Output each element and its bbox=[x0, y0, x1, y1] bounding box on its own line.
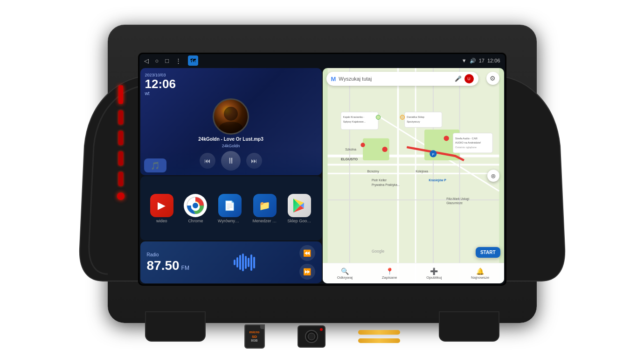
radio-frequency-display: 87.50 FM bbox=[147, 258, 189, 273]
svg-text:Google: Google bbox=[371, 249, 384, 254]
menu-icon[interactable]: ⋮ bbox=[175, 57, 181, 64]
svg-text:Brzeziny: Brzeziny bbox=[367, 170, 379, 173]
location-button[interactable]: ◎ bbox=[487, 170, 499, 182]
svg-text:P: P bbox=[432, 152, 434, 157]
battery-icon: 17 bbox=[479, 58, 485, 63]
radio-info: Radio 87.50 FM bbox=[147, 252, 189, 273]
search-placeholder-text: Wyszukaj tutaj bbox=[339, 76, 451, 82]
play-store-icon bbox=[288, 194, 311, 217]
svg-text:Prywatna Praktyka...: Prywatna Praktyka... bbox=[371, 183, 400, 187]
maps-updates[interactable]: 🔔 Najnowsze bbox=[471, 268, 489, 280]
svg-text:Glazurnicze: Glazurnicze bbox=[446, 201, 463, 205]
maps-discover[interactable]: 🔍 Odkrywaj bbox=[337, 268, 353, 280]
album-art bbox=[213, 98, 249, 135]
svg-text:Piotr Keller: Piotr Keller bbox=[371, 178, 387, 182]
music-widget: 2023/10/03 12:06 wt 24kGoldn - Love Or L… bbox=[140, 68, 322, 175]
radio-controls: ⏪ ⏩ bbox=[299, 245, 315, 280]
discover-label: Odkrywaj bbox=[337, 275, 353, 280]
app-manager[interactable]: 📁 Menedzer P... bbox=[253, 194, 277, 223]
status-right: ▼ 🔊 17 12:06 bbox=[462, 58, 500, 64]
app-files[interactable]: 📄 Wyrównywa... bbox=[218, 194, 242, 223]
radio-rewind-button[interactable]: ⏪ bbox=[299, 245, 315, 261]
car-frame: ◁ ○ □ ⋮ 🗺 ▼ 🔊 17 12:06 bbox=[89, 15, 555, 342]
back-icon[interactable]: ◁ bbox=[144, 57, 149, 64]
app-play[interactable]: Sklep Googl... bbox=[287, 194, 312, 223]
radio-freq: 87.50 bbox=[147, 258, 180, 273]
bottom-left-panel: ▶ wideo bbox=[140, 176, 322, 283]
radio-band: FM bbox=[181, 265, 189, 271]
svg-text:Szkolna: Szkolna bbox=[345, 148, 356, 151]
radio-widget: Radio 87.50 FM bbox=[140, 241, 322, 283]
status-bar: ◁ ○ □ ⋮ 🗺 ▼ 🔊 17 12:06 bbox=[139, 54, 505, 67]
maps-saved[interactable]: 📍 Zapisane bbox=[382, 268, 397, 280]
svg-text:Spływy Kajakowe...: Spływy Kajakowe... bbox=[343, 120, 366, 123]
maps-settings-icon[interactable]: ⚙ bbox=[486, 72, 499, 85]
svg-text:ELGUSTO: ELGUSTO bbox=[340, 157, 357, 161]
google-maps-icon: M bbox=[331, 76, 336, 82]
wifi-icon: ▼ bbox=[462, 58, 467, 63]
track-title: 24kGoldn - Love Or Lust.mp3 bbox=[198, 137, 263, 142]
svg-point-43 bbox=[193, 203, 198, 208]
app-wideo[interactable]: ▶ wideo bbox=[150, 194, 173, 223]
files-icon: 📄 bbox=[218, 194, 242, 217]
waveform-chip[interactable]: 🎵 bbox=[144, 158, 166, 172]
svg-text:Kolejowa: Kolejowa bbox=[415, 170, 428, 173]
camera-accessory bbox=[298, 325, 325, 348]
home-icon[interactable]: ○ bbox=[155, 57, 159, 64]
btn-settings[interactable] bbox=[117, 192, 125, 200]
manager-icon: 📁 bbox=[253, 194, 277, 217]
svg-text:Spożywczy: Spożywczy bbox=[407, 120, 420, 123]
mount-left bbox=[145, 311, 206, 342]
svg-point-15 bbox=[382, 147, 387, 152]
side-buttons-left bbox=[117, 85, 125, 200]
sd-card-accessory: micro SD 8GB bbox=[244, 324, 265, 349]
btn-vol3[interactable] bbox=[118, 151, 123, 165]
app-chrome[interactable]: Chrome bbox=[184, 194, 207, 223]
music-day: wt bbox=[145, 91, 317, 96]
time-display: 12:06 bbox=[487, 58, 500, 63]
updates-label: Najnowsze bbox=[471, 275, 489, 280]
volume-icon: 🔊 bbox=[470, 58, 476, 64]
apps-row: ▶ wideo bbox=[140, 176, 322, 240]
nav-icons: ◁ ○ □ ⋮ 🗺 bbox=[144, 55, 199, 66]
svg-text:Ostatnio oglądane: Ostatnio oglądane bbox=[455, 146, 477, 149]
contribute-label: Opublikuj bbox=[426, 275, 442, 280]
btn-vol4[interactable] bbox=[118, 172, 123, 186]
wideo-icon: ▶ bbox=[150, 194, 173, 217]
maps-search-bar[interactable]: M Wyszukaj tutaj 🎤 U bbox=[326, 72, 478, 86]
btn-vol1[interactable] bbox=[118, 110, 123, 124]
svg-text:AUDIO na Androidzie!: AUDIO na Androidzie! bbox=[455, 141, 481, 144]
screen-bezel: ◁ ○ □ ⋮ 🗺 ▼ 🔊 17 12:06 bbox=[138, 53, 506, 286]
chrome-icon bbox=[184, 194, 207, 217]
svg-text:Strefa Audio - CAR: Strefa Audio - CAR bbox=[455, 137, 478, 140]
svg-text:Kajaki Krasianka -: Kajaki Krasianka - bbox=[343, 116, 364, 118]
scene: ◁ ○ □ ⋮ 🗺 ▼ 🔊 17 12:06 bbox=[0, 0, 644, 357]
start-button[interactable]: START bbox=[476, 247, 500, 258]
chrome-label: Chrome bbox=[188, 219, 203, 223]
svg-point-38 bbox=[400, 115, 404, 119]
user-avatar[interactable]: U bbox=[464, 74, 474, 83]
wyrownywarka-label: Wyrównywa... bbox=[218, 219, 242, 223]
maps-widget[interactable]: P Szkolna Brzeziny Kolejowa Piotr Keller… bbox=[323, 68, 504, 283]
radio-label: Radio bbox=[147, 252, 189, 257]
mount-right bbox=[439, 311, 499, 342]
play-label: Sklep Googl... bbox=[287, 219, 312, 223]
svg-point-16 bbox=[443, 136, 449, 141]
maps-contribute[interactable]: ➕ Opublikuj bbox=[426, 268, 442, 280]
main-grid: 2023/10/03 12:06 wt 24kGoldn - Love Or L… bbox=[139, 67, 505, 284]
svg-point-17 bbox=[360, 143, 365, 147]
btn-vol2[interactable] bbox=[118, 131, 123, 145]
music-time-display: 12:06 bbox=[145, 77, 317, 91]
svg-text:Danielka Sklep: Danielka Sklep bbox=[407, 116, 424, 118]
radio-forward-button[interactable]: ⏩ bbox=[299, 264, 315, 280]
pry-tool-accessory bbox=[358, 330, 400, 343]
mic-icon[interactable]: 🎤 bbox=[455, 76, 462, 82]
track-artist: 24kGoldn bbox=[222, 144, 240, 148]
android-screen: ◁ ○ □ ⋮ 🗺 ▼ 🔊 17 12:06 bbox=[139, 54, 505, 284]
bottom-waveform-widget: 🎵 bbox=[140, 150, 322, 175]
btn-power[interactable] bbox=[118, 85, 123, 104]
maps-nav-icon[interactable]: 🗺 bbox=[188, 55, 198, 66]
recent-icon[interactable]: □ bbox=[165, 57, 169, 64]
radio-waveform bbox=[234, 253, 255, 272]
accessories-row: micro SD 8GB bbox=[244, 324, 400, 349]
